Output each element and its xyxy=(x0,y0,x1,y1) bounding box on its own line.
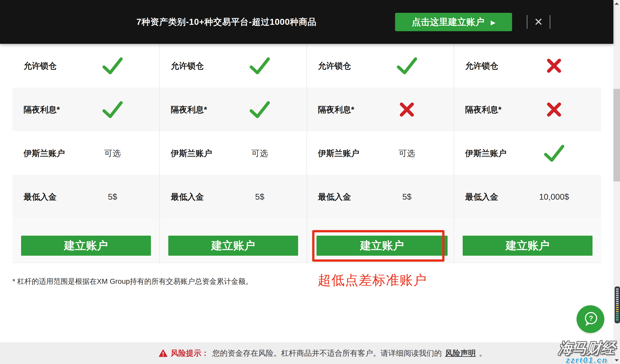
account-column-3: 允许锁仓 隔夜利息* 伊斯兰账户 可选 最低入金 5$ xyxy=(307,44,454,218)
scroll-down-arrow-icon[interactable] xyxy=(615,359,619,362)
help-button[interactable]: ? xyxy=(577,305,604,333)
cross-icon xyxy=(546,58,562,74)
row-label: 伊斯兰账户 xyxy=(24,147,65,159)
row-label: 隔夜利息* xyxy=(318,104,354,115)
table-row: 最低入金 5$ xyxy=(12,175,160,218)
table-row: 隔夜利息* xyxy=(12,88,160,131)
table-row: 最低入金 10,000$ xyxy=(454,175,601,218)
row-label: 允许锁仓 xyxy=(171,60,204,72)
cell-value-text: 5$ xyxy=(255,192,264,201)
close-icon[interactable]: ✕ xyxy=(533,16,544,27)
cell-value-text: 可选 xyxy=(104,147,121,159)
scroll-up-arrow-icon[interactable] xyxy=(615,2,619,5)
cell-value-text: 可选 xyxy=(251,147,268,159)
create-account-button-2[interactable]: 建立账户 xyxy=(168,236,298,256)
row-label: 允许锁仓 xyxy=(465,60,498,72)
risk-suffix: 。 xyxy=(479,348,487,358)
scroll-minimap-widget xyxy=(615,287,620,323)
minimap-stripes-yellow xyxy=(616,305,619,313)
check-icon xyxy=(249,101,270,118)
cta-label: 点击这里建立账户 xyxy=(412,16,484,28)
account-comparison-table: 允许锁仓 隔夜利息* 伊斯兰账户 可选 最低入金 5$ 允许锁仓 xyxy=(12,44,601,263)
table-row: 伊斯兰账户 可选 xyxy=(307,131,454,175)
create-account-button-4[interactable]: 建立账户 xyxy=(463,236,592,256)
risk-label: 风险提示： xyxy=(171,348,209,358)
create-account-button-1[interactable]: 建立账户 xyxy=(21,236,151,256)
open-account-cta-button[interactable]: 点击这里建立账户 ▶ xyxy=(395,13,512,31)
table-row: 允许锁仓 xyxy=(12,44,160,88)
table-row: 允许锁仓 xyxy=(454,44,601,88)
play-arrow-icon: ▶ xyxy=(491,19,495,26)
minimap-stripes-gray xyxy=(616,288,619,305)
cell-value-text: 10,000$ xyxy=(539,192,569,201)
risk-warning-line: 风险提示： 您的资金存在风险。杠杆商品并不适合所有客户。请详细阅读我们的风险声明… xyxy=(159,342,487,364)
separator-line xyxy=(550,15,550,29)
row-label: 隔夜利息* xyxy=(465,104,502,115)
row-label: 允许锁仓 xyxy=(24,60,57,72)
promo-close-area: ✕ xyxy=(527,0,550,44)
row-label: 伊斯兰账户 xyxy=(171,147,212,159)
check-icon xyxy=(102,101,123,118)
table-row: 伊斯兰账户 xyxy=(454,131,601,175)
risk-statement-link[interactable]: 风险声明 xyxy=(445,348,476,358)
leverage-footnote: * 杠杆的适用范围是根据在XM Group持有的所有交易账户总资金累计金额。 xyxy=(12,276,253,286)
check-icon xyxy=(102,57,123,75)
question-bubble-icon: ? xyxy=(582,310,599,328)
risk-body-text: 您的资金存在风险。杠杆商品并不适合所有客户。请详细阅读我们的 xyxy=(212,348,442,358)
account-column-2: 允许锁仓 隔夜利息* 伊斯兰账户 可选 最低入金 5$ xyxy=(160,44,307,218)
cross-icon xyxy=(546,102,562,118)
table-row: 隔夜利息* xyxy=(160,88,307,131)
row-label: 隔夜利息* xyxy=(24,104,60,115)
table-row: 最低入金 5$ xyxy=(307,175,454,218)
row-label: 最低入金 xyxy=(171,191,204,202)
table-row: 允许锁仓 xyxy=(307,44,454,88)
account-column-1: 允许锁仓 隔夜利息* 伊斯兰账户 可选 最低入金 5$ xyxy=(12,44,160,218)
separator-line xyxy=(527,15,527,29)
check-icon xyxy=(544,144,564,162)
row-label: 最低入金 xyxy=(318,191,351,202)
row-label: 伊斯兰账户 xyxy=(318,147,359,159)
row-label: 隔夜利息* xyxy=(171,104,207,115)
promo-bar: 7种资产类别-10+种交易平台-超过1000种商品 点击这里建立账户 ▶ ✕ xyxy=(0,0,613,44)
annotation-label: 超低点差标准账户 xyxy=(318,271,427,289)
table-row: 伊斯兰账户 可选 xyxy=(12,131,160,175)
cell-value-text: 5$ xyxy=(402,192,412,201)
row-label: 允许锁仓 xyxy=(318,60,351,72)
check-icon xyxy=(249,57,270,75)
promo-title: 7种资产类别-10+种交易平台-超过1000种商品 xyxy=(137,0,316,44)
table-row: 伊斯兰账户 可选 xyxy=(160,131,307,175)
row-label: 最低入金 xyxy=(465,191,498,202)
check-icon xyxy=(397,57,417,75)
create-account-button-3[interactable]: 建立账户 xyxy=(316,236,448,256)
minimap-stripes-teal xyxy=(616,313,619,321)
risk-warning-bar: 风险提示： 您的资金存在风险。杠杆商品并不适合所有客户。请详细阅读我们的风险声明… xyxy=(0,342,613,364)
question-glyph: ? xyxy=(589,314,593,322)
cell-value-text: 5$ xyxy=(108,192,117,201)
cross-icon xyxy=(399,102,415,118)
table-row: 允许锁仓 xyxy=(160,44,307,88)
table-row: 最低入金 5$ xyxy=(160,175,307,218)
cell-value-text: 可选 xyxy=(399,147,415,159)
page: 7种资产类别-10+种交易平台-超过1000种商品 点击这里建立账户 ▶ ✕ 允… xyxy=(0,0,620,364)
row-label: 最低入金 xyxy=(24,191,57,202)
row-label: 伊斯兰账户 xyxy=(465,147,507,159)
table-row: 隔夜利息* xyxy=(454,88,601,131)
table-row: 隔夜利息* xyxy=(307,88,454,131)
account-column-4: 允许锁仓 隔夜利息* 伊斯兰账户 最低入金 10,000$ xyxy=(454,44,601,218)
scrollbar-thumb[interactable] xyxy=(613,89,620,182)
warning-triangle-icon xyxy=(159,349,168,357)
